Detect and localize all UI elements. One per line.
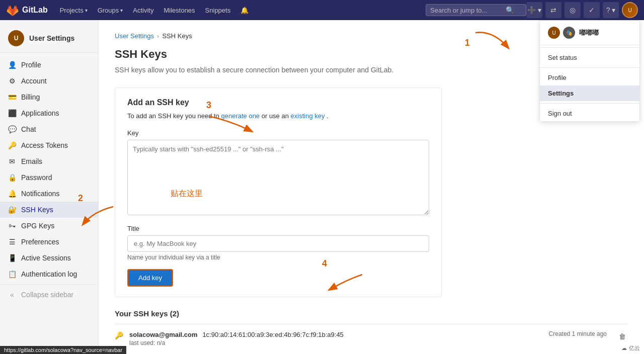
password-icon: 🔒 [8, 173, 16, 182]
search-icon: 🔍 [506, 6, 514, 14]
ssh-key-fingerprint: 1c:90:a0:14:61:00:a9:3e:ed:4b:96:7c:f9:1… [202, 331, 343, 338]
notifications-icon: 🔔 [8, 190, 16, 198]
emails-icon: ✉ [8, 157, 16, 165]
sidebar-item-active-sessions-label: Active Sessions [21, 254, 71, 262]
nav-groups[interactable]: Groups ▾ [94, 5, 127, 16]
sidebar-item-preferences[interactable]: ☰ Preferences [0, 234, 98, 250]
gpg-keys-icon: 🗝 [8, 222, 16, 230]
sidebar-item-profile[interactable]: 👤 Profile [0, 57, 98, 73]
auth-log-icon: 📋 [8, 270, 16, 278]
topnav-links: Projects ▾ Groups ▾ Activity Milestones … [56, 5, 253, 16]
help-button[interactable]: ? ▾ [603, 2, 619, 18]
account-icon: ⚙ [8, 77, 16, 85]
add-key-desc-text1: To add an SSH key you need to [127, 112, 221, 120]
dropdown-divider-3 [540, 103, 639, 104]
active-sessions-icon: 📱 [8, 254, 16, 262]
sidebar-item-emails[interactable]: ✉ Emails [0, 153, 98, 169]
preferences-icon: ☰ [8, 238, 16, 246]
sidebar-item-active-sessions[interactable]: 📱 Active Sessions [0, 250, 98, 266]
dropdown-set-status[interactable]: Set status [540, 50, 639, 65]
dropdown-divider-2 [540, 67, 639, 68]
ssh-key-email: solacowa@gmail.com [129, 331, 198, 338]
generate-key-link[interactable]: generate one [221, 112, 260, 120]
add-key-button[interactable]: Add key [127, 269, 173, 287]
sidebar-item-password[interactable]: 🔒 Password [0, 169, 98, 186]
sidebar-item-billing-label: Billing [21, 93, 40, 101]
ssh-key-actions: 🗑 [617, 330, 628, 342]
topnav-actions: ➕ ▾ ⇄ ◎ ✓ ? ▾ U [526, 2, 638, 18]
dropdown-divider-1 [540, 47, 639, 48]
sidebar-avatar: U [8, 30, 24, 46]
sidebar-item-ssh-keys[interactable]: 🔐 SSH Keys [0, 202, 98, 218]
dropdown-avatar-primary: U [548, 27, 560, 39]
key-field-group: Key 贴在这里 [127, 129, 429, 217]
key-label: Key [127, 129, 429, 137]
sidebar-item-password-label: Password [21, 173, 52, 182]
sidebar-item-access-tokens[interactable]: 🔑 Access Tokens [0, 137, 98, 153]
sidebar-collapse-label: Collapse sidebar [21, 291, 73, 299]
sidebar-item-profile-label: Profile [21, 61, 41, 69]
sidebar-item-notifications[interactable]: 🔔 Notifications [0, 186, 98, 202]
new-dropdown-button[interactable]: ➕ ▾ [526, 2, 542, 18]
dropdown-profile[interactable]: Profile [540, 70, 639, 85]
statusbar-url: https://gitlab.com/solacowa?nav_source=n… [4, 347, 122, 353]
nav-milestones[interactable]: Milestones [159, 5, 199, 16]
page-description: SSH keys allow you to establish a secure… [115, 65, 417, 75]
sidebar-item-account[interactable]: ⚙ Account [0, 73, 98, 89]
nav-projects[interactable]: Projects ▾ [56, 5, 92, 16]
sidebar-item-auth-log-label: Authentication log [21, 270, 77, 278]
dropdown-avatar-secondary: 🎭 [563, 27, 575, 39]
add-key-description: To add an SSH key you need to generate o… [127, 111, 429, 121]
sidebar-item-applications[interactable]: ⬛ Applications [0, 105, 98, 121]
watermark-text: 亿云 [629, 344, 640, 352]
dropdown-username: 嘟嘟嘟 [579, 28, 599, 37]
dropdown-sign-out[interactable]: Sign out [540, 106, 639, 121]
breadcrumb-parent-link[interactable]: User Settings [115, 32, 154, 40]
ssh-key-info: solacowa@gmail.com 1c:90:a0:14:61:00:a9:… [129, 330, 543, 346]
sidebar-item-chat-label: Chat [21, 125, 36, 133]
dropdown-header: U 🎭 嘟嘟嘟 [540, 21, 639, 45]
sidebar-item-gpg-keys[interactable]: 🗝 GPG Keys [0, 218, 98, 234]
chat-icon: 💬 [8, 125, 16, 133]
ssh-key-item: 🔑 solacowa@gmail.com 1c:90:a0:14:61:00:a… [115, 324, 628, 352]
nav-snippets[interactable]: Snippets [201, 5, 235, 16]
dropdown-settings[interactable]: Settings [540, 85, 639, 101]
title-input[interactable] [127, 235, 429, 252]
top-navigation: GitLab Projects ▾ Groups ▾ Activity Mile… [0, 0, 644, 20]
title-label: Title [127, 225, 429, 232]
merge-requests-button[interactable]: ⇄ [545, 2, 561, 18]
gitlab-logo[interactable]: GitLab [6, 4, 48, 17]
sidebar-title: User Settings [29, 34, 74, 42]
nav-notification-bell[interactable]: 🔔 [236, 5, 253, 16]
user-dropdown-menu: U 🎭 嘟嘟嘟 Set status Profile Settings Sign… [539, 20, 640, 122]
breadcrumb-separator: › [157, 32, 159, 40]
todos-button[interactable]: ✓ [584, 2, 600, 18]
sidebar-item-billing[interactable]: 💳 Billing [0, 89, 98, 105]
sidebar-item-applications-label: Applications [21, 109, 59, 117]
ssh-key-last-used: last used: n/a [129, 339, 543, 346]
statusbar: https://gitlab.com/solacowa?nav_source=n… [0, 346, 126, 354]
sidebar-item-collapse[interactable]: « Collapse sidebar [0, 287, 98, 303]
gitlab-brand-text: GitLab [22, 6, 48, 15]
collapse-icon: « [8, 291, 16, 299]
title-field-group: Title Name your individual key via a tit… [127, 225, 429, 261]
nav-activity[interactable]: Activity [129, 5, 157, 16]
add-key-title: Add an SSH key [127, 98, 429, 107]
delete-key-button[interactable]: 🗑 [617, 330, 628, 342]
issues-button[interactable]: ◎ [565, 2, 581, 18]
watermark: ☁ 亿云 [621, 344, 640, 352]
applications-icon: ⬛ [8, 109, 16, 117]
billing-icon: 💳 [8, 93, 16, 101]
profile-icon: 👤 [8, 61, 16, 69]
user-avatar-button[interactable]: U [622, 2, 638, 18]
search-input[interactable] [430, 7, 506, 14]
add-key-desc-text3: . [327, 112, 329, 120]
sidebar-item-ssh-keys-label: SSH Keys [21, 206, 53, 214]
sidebar-item-chat[interactable]: 💬 Chat [0, 121, 98, 137]
existing-key-link[interactable]: existing key [291, 112, 325, 120]
key-textarea[interactable] [127, 140, 429, 215]
ssh-keys-icon: 🔐 [8, 206, 16, 214]
ssh-key-item-icon: 🔑 [115, 331, 123, 339]
access-tokens-icon: 🔑 [8, 141, 16, 149]
sidebar-item-authentication-log[interactable]: 📋 Authentication log [0, 266, 98, 282]
